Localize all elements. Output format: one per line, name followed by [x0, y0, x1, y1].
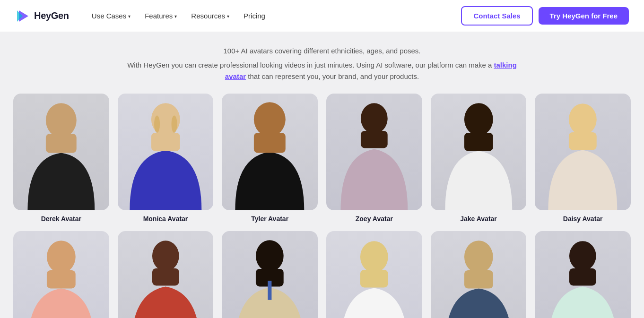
avatar-image-r2a [13, 231, 109, 318]
avatar-image-monica [118, 94, 214, 210]
svg-point-14 [569, 103, 597, 135]
daisy-silhouette [535, 94, 631, 210]
avatar-grid-row1: Derek Avatar Monica Avatar [13, 94, 631, 223]
avatar-image-daisy [535, 94, 631, 210]
nav-items: Use Cases ▾ Features ▾ Resources ▾ Prici… [86, 8, 461, 24]
svg-rect-22 [268, 281, 272, 300]
nav-actions: Contact Sales Try HeyGen for Free [461, 6, 629, 26]
nav-resources[interactable]: Resources ▾ [185, 8, 235, 24]
chevron-down-icon: ▾ [174, 14, 177, 19]
avatar-card-r2c[interactable] [222, 231, 318, 318]
svg-rect-26 [464, 270, 493, 289]
avatar-name-daisy: Daisy Avatar [563, 215, 603, 223]
avatar-card-daisy[interactable]: Daisy Avatar [535, 94, 631, 223]
svg-point-25 [464, 241, 493, 273]
avatar-section: Derek Avatar Monica Avatar [0, 82, 644, 318]
avatar-image-jake [431, 94, 527, 210]
heygen-logo-icon [15, 9, 30, 24]
avatar-card-r2e[interactable] [431, 231, 527, 318]
svg-rect-9 [254, 133, 286, 153]
svg-rect-15 [569, 132, 597, 150]
r2c-silhouette [222, 231, 318, 318]
avatar-name-monica: Monica Avatar [143, 215, 188, 223]
avatar-name-derek: Derek Avatar [41, 215, 81, 223]
r2a-silhouette [13, 231, 109, 318]
svg-point-20 [256, 240, 284, 272]
svg-point-6 [154, 116, 160, 133]
svg-point-12 [464, 103, 493, 136]
svg-point-2 [46, 103, 77, 138]
svg-point-16 [47, 241, 76, 273]
avatar-card-r2b[interactable] [118, 231, 214, 318]
avatar-card-monica[interactable]: Monica Avatar [118, 94, 214, 223]
avatar-image-tyler [222, 94, 318, 210]
avatar-card-r2f[interactable] [535, 231, 631, 318]
svg-rect-24 [360, 270, 388, 287]
avatar-image-r2b [118, 231, 214, 318]
main-content: 100+ AI avatars covering different ethni… [0, 0, 644, 318]
nav-use-cases[interactable]: Use Cases ▾ [86, 8, 136, 24]
svg-rect-3 [46, 134, 77, 153]
avatar-image-zoey [326, 94, 422, 210]
nav-features[interactable]: Features ▾ [139, 8, 183, 24]
svg-point-10 [361, 103, 388, 134]
avatar-image-r2d [326, 231, 422, 318]
svg-point-23 [360, 241, 388, 273]
svg-point-7 [171, 116, 177, 133]
svg-point-18 [152, 241, 179, 271]
svg-point-8 [254, 102, 286, 137]
chevron-down-icon: ▾ [227, 14, 229, 19]
try-heygen-button[interactable]: Try HeyGen for Free [539, 7, 629, 25]
navbar: HeyGen Use Cases ▾ Features ▾ Resources … [0, 0, 644, 32]
svg-rect-13 [464, 133, 493, 151]
avatar-card-derek[interactable]: Derek Avatar [13, 94, 109, 223]
avatar-card-jake[interactable]: Jake Avatar [431, 94, 527, 223]
avatar-name-tyler: Tyler Avatar [251, 215, 288, 223]
avatar-image-r2e [431, 231, 527, 318]
avatar-image-r2c [222, 231, 318, 318]
r2d-silhouette [326, 231, 422, 318]
svg-rect-28 [569, 268, 596, 285]
r2b-silhouette [118, 231, 214, 318]
r2f-silhouette [535, 231, 631, 318]
svg-rect-5 [151, 133, 180, 151]
avatar-grid-row2 [13, 231, 631, 318]
avatar-name-jake: Jake Avatar [460, 215, 497, 223]
logo[interactable]: HeyGen [15, 9, 69, 24]
avatar-image-derek [13, 94, 109, 210]
avatar-card-tyler[interactable]: Tyler Avatar [222, 94, 318, 223]
svg-rect-17 [47, 270, 76, 289]
nav-pricing[interactable]: Pricing [238, 8, 271, 24]
svg-rect-11 [361, 131, 388, 148]
tyler-silhouette [222, 94, 318, 210]
svg-point-27 [569, 241, 596, 271]
avatar-card-r2a[interactable] [13, 231, 109, 318]
hero-description: With HeyGen you can create professional … [119, 60, 525, 82]
derek-silhouette [13, 94, 109, 210]
svg-rect-19 [152, 268, 179, 285]
hero-section: 100+ AI avatars covering different ethni… [109, 32, 535, 82]
jake-silhouette [431, 94, 527, 210]
logo-text: HeyGen [34, 10, 69, 21]
zoey-silhouette [326, 94, 422, 210]
avatar-card-r2d[interactable] [326, 231, 422, 318]
monica-silhouette [118, 94, 214, 210]
avatar-name-zoey: Zoey Avatar [356, 215, 393, 223]
avatar-image-r2f [535, 231, 631, 318]
r2e-silhouette [431, 231, 527, 318]
contact-sales-button[interactable]: Contact Sales [461, 6, 532, 26]
hero-subtitle: 100+ AI avatars covering different ethni… [119, 45, 525, 57]
avatar-card-zoey[interactable]: Zoey Avatar [326, 94, 422, 223]
chevron-down-icon: ▾ [128, 14, 131, 19]
